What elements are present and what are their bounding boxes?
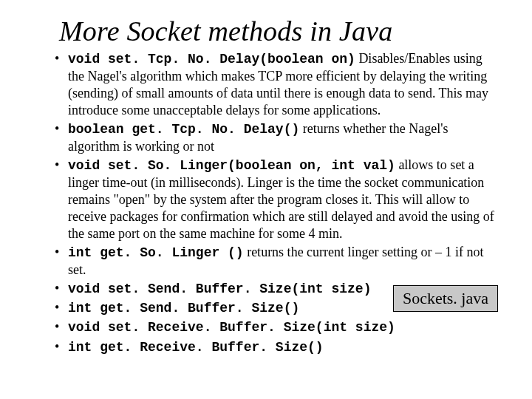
list-item: void set. Receive. Buffer. Size(int size…: [55, 318, 495, 336]
code-snippet: void set. So. Linger(boolean on, int val…: [68, 158, 395, 173]
code-snippet: int get. So. Linger (): [68, 245, 244, 260]
code-snippet: int get. Receive. Buffer. Size(): [68, 340, 324, 355]
list-item: boolean get. Tcp. No. Delay() returns wh…: [55, 120, 495, 155]
code-snippet: int get. Send. Buffer. Size(): [68, 301, 299, 316]
filename-badge: Sockets. java: [393, 285, 498, 312]
list-item: int get. So. Linger () returns the curre…: [55, 244, 495, 279]
list-item: int get. Receive. Buffer. Size(): [55, 338, 495, 356]
list-item: void set. Tcp. No. Delay(boolean on) Dis…: [55, 50, 495, 119]
code-snippet: void set. Receive. Buffer. Size(int size…: [68, 320, 395, 335]
code-snippet: void set. Send. Buffer. Size(int size): [68, 282, 371, 296]
slide-title: More Socket methods in Java: [59, 15, 495, 47]
list-item: void set. So. Linger(boolean on, int val…: [55, 157, 495, 242]
code-snippet: void set. Tcp. No. Delay(boolean on): [68, 52, 355, 66]
code-snippet: boolean get. Tcp. No. Delay(): [68, 122, 299, 137]
